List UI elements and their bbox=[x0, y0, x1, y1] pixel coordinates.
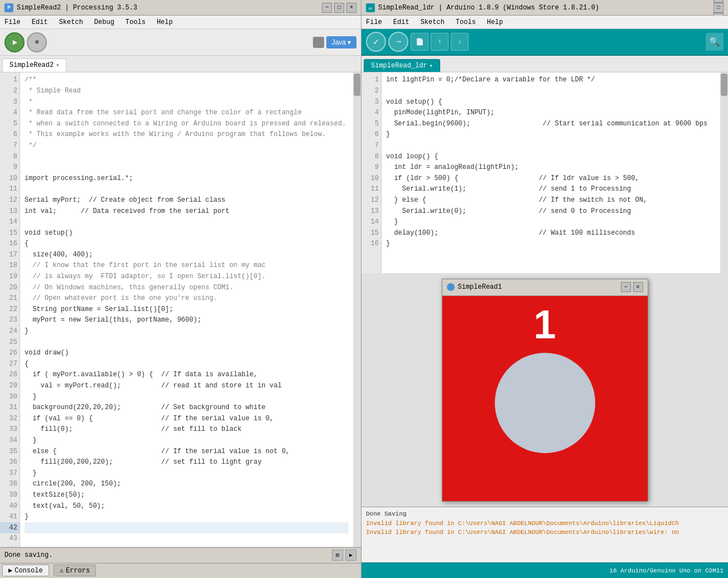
arduino-editor-container: 12345678910111213141516 int lightPin = 0… bbox=[361, 72, 728, 273]
processing-close-btn[interactable]: × bbox=[346, 3, 356, 13]
arduino-code-line-2 bbox=[386, 86, 716, 97]
simpleread-window-area: SimpleRead1 − × 1 bbox=[361, 273, 728, 507]
menu-debug[interactable]: Debug bbox=[92, 17, 117, 27]
arduino-new-btn[interactable]: 📄 bbox=[411, 33, 428, 51]
arduino-code-line-7 bbox=[386, 140, 716, 152]
arduino-code-line-11: Serial.write(1); // send 1 to Processing bbox=[386, 184, 716, 195]
simpleread1-controls: − × bbox=[621, 282, 643, 292]
arduino-console: Done Saving Invalid library found in C:\… bbox=[361, 507, 728, 562]
menu-sketch[interactable]: Sketch bbox=[57, 17, 85, 27]
code-line-10: import processing.serial.*; bbox=[25, 173, 349, 184]
code-line-39: textSize(50); bbox=[25, 490, 349, 501]
status-icon-1[interactable]: ⊞ bbox=[332, 550, 343, 561]
arduino-code-editor[interactable]: int lightPin = 0;/*Declare a variable fo… bbox=[382, 72, 720, 273]
code-line-8 bbox=[25, 151, 349, 162]
code-line-26: void draw() bbox=[25, 348, 349, 359]
console-log-1: Invalid library found in C:\Users\NAGI A… bbox=[366, 528, 724, 537]
console-tab[interactable]: ▶ Console bbox=[2, 565, 49, 576]
code-line-15: void setup() bbox=[25, 227, 349, 239]
status-text: Done saving. bbox=[4, 551, 52, 559]
processing-title: SimpleRead2 | Processing 3.5.3 bbox=[17, 4, 322, 12]
code-line-27: { bbox=[25, 358, 349, 370]
code-line-43 bbox=[25, 533, 349, 545]
arduino-line-numbers: 12345678910111213141516 bbox=[361, 72, 382, 273]
code-line-40: text(val, 50, 50); bbox=[25, 501, 349, 512]
arduino-search-btn[interactable]: 🔍 bbox=[706, 33, 724, 51]
scrollbar-thumb[interactable] bbox=[354, 74, 360, 96]
processing-minimize-btn[interactable]: − bbox=[322, 3, 332, 13]
code-line-20: // On Windows machines, this generally o… bbox=[25, 282, 349, 293]
arduino-scrollbar-thumb[interactable] bbox=[721, 74, 727, 96]
arduino-menu-sketch[interactable]: Sketch bbox=[418, 17, 447, 27]
tab-simpleread-ldr[interactable]: SimpleRead_ldr ▾ bbox=[364, 59, 440, 72]
code-line-7: */ bbox=[25, 140, 349, 152]
menu-edit[interactable]: Edit bbox=[30, 17, 50, 27]
menu-file[interactable]: File bbox=[2, 17, 23, 27]
arduino-verify-btn[interactable]: ✓ bbox=[366, 32, 386, 52]
simpleread1-title: SimpleRead1 bbox=[458, 283, 621, 291]
code-line-41: } bbox=[25, 512, 349, 523]
code-line-19: // is always my FTDI adaptor, so I open … bbox=[25, 271, 349, 283]
bottom-tabs: ▶ Console ⚠ Errors bbox=[0, 563, 361, 579]
arduino-menu-tools[interactable]: Tools bbox=[454, 17, 478, 27]
arduino-app-icon: ∞ bbox=[366, 3, 375, 12]
errors-label: Errors bbox=[66, 567, 90, 575]
svg-text:∞: ∞ bbox=[369, 6, 372, 11]
console-icon: ▶ bbox=[8, 566, 12, 575]
arduino-code-line-16: } bbox=[386, 239, 716, 250]
simpleread1-close[interactable]: × bbox=[633, 282, 643, 292]
processing-win-controls: − □ × bbox=[322, 3, 356, 13]
errors-icon: ⚠ bbox=[60, 566, 64, 575]
tab-simpleread2[interactable]: SimpleRead2 ▾ bbox=[2, 59, 66, 72]
code-line-29: val = myPort.read(); // read it and stor… bbox=[25, 381, 349, 392]
processing-titlebar: P SimpleRead2 | Processing 3.5.3 − □ × bbox=[0, 0, 361, 16]
processing-maximize-btn[interactable]: □ bbox=[334, 3, 344, 13]
arduino-code-line-6: } bbox=[386, 129, 716, 140]
arduino-menu-help[interactable]: Help bbox=[485, 17, 505, 27]
canvas-display-number: 1 bbox=[533, 302, 556, 347]
console-content: Done Saving Invalid library found in C:\… bbox=[361, 507, 728, 540]
arduino-status-bar: 16 Arduino/Genuino Uno on COM11 bbox=[361, 562, 728, 578]
code-line-35: else { // If the serial value is not 0, bbox=[25, 446, 349, 457]
arduino-editor-scrollbar[interactable] bbox=[720, 72, 728, 273]
arduino-code-line-3: void setup() { bbox=[386, 96, 716, 108]
code-line-9 bbox=[25, 162, 349, 173]
code-line-25 bbox=[25, 337, 349, 348]
arduino-code-line-4: pinMode(lightPin, INPUT); bbox=[386, 108, 716, 119]
arduino-code-line-13: Serial.write(0); // send 0 to Processing bbox=[386, 206, 716, 217]
menu-tools[interactable]: Tools bbox=[123, 17, 148, 27]
processing-menubar: File Edit Sketch Debug Tools Help bbox=[0, 16, 361, 29]
arduino-upload-btn[interactable]: → bbox=[388, 32, 408, 52]
run-button[interactable] bbox=[4, 32, 25, 52]
arduino-menu-file[interactable]: File bbox=[364, 17, 384, 27]
arduino-status-text: 16 Arduino/Genuino Uno on COM11 bbox=[609, 567, 724, 574]
stop-button[interactable] bbox=[27, 32, 47, 52]
arduino-menu-edit[interactable]: Edit bbox=[391, 17, 412, 27]
code-editor[interactable]: /** * Simple Read * * Read data from the… bbox=[20, 72, 353, 547]
arduino-panel: ∞ SimpleRead_ldr | Arduino 1.8.9 (Window… bbox=[361, 0, 728, 578]
simpleread1-minimize[interactable]: − bbox=[621, 282, 631, 292]
code-line-16: { bbox=[25, 239, 349, 250]
arduino-maximize-btn[interactable]: □ bbox=[713, 3, 724, 13]
code-line-37: } bbox=[25, 468, 349, 479]
editor-scrollbar[interactable] bbox=[353, 72, 361, 547]
arduino-code-line-1: int lightPin = 0;/*Declare a variable fo… bbox=[386, 75, 716, 86]
code-line-32: if (val == 0) { // If the serial value i… bbox=[25, 413, 349, 424]
code-line-17: size(400, 400); bbox=[25, 250, 349, 261]
arduino-tabs: SimpleRead_ldr ▾ bbox=[361, 56, 728, 72]
mode-selector[interactable]: Java ▾ bbox=[326, 36, 356, 48]
code-line-1: /** bbox=[25, 75, 349, 86]
canvas-circle bbox=[495, 353, 595, 453]
processing-app-icon: P bbox=[4, 3, 13, 12]
arduino-save-btn[interactable]: ↓ bbox=[451, 33, 469, 51]
status-icon-2[interactable]: ▶ bbox=[345, 550, 356, 561]
code-line-11 bbox=[25, 184, 349, 195]
code-line-3: * bbox=[25, 96, 349, 108]
arduino-open-btn[interactable]: ↑ bbox=[431, 33, 449, 51]
code-line-42 bbox=[25, 522, 349, 533]
code-line-4: * Read data from the serial port and cha… bbox=[25, 108, 349, 119]
errors-tab[interactable]: ⚠ Errors bbox=[54, 565, 96, 576]
code-line-28: if ( myPort.available() > 0) { // If dat… bbox=[25, 370, 349, 381]
simpleread1-window: SimpleRead1 − × 1 bbox=[442, 279, 648, 502]
menu-help[interactable]: Help bbox=[155, 17, 175, 27]
